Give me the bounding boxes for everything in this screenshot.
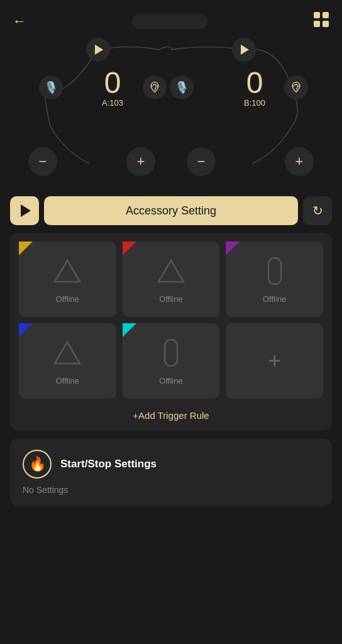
grid-view-button[interactable] — [313, 11, 329, 31]
accessory-label-box: Accessory Setting — [44, 196, 298, 225]
svg-rect-2 — [314, 21, 320, 27]
trigger-card-3[interactable]: Offline — [19, 323, 116, 399]
controls-row: − + − + — [26, 147, 316, 176]
trigger-label-0: Offline — [56, 294, 79, 304]
play-right-icon — [241, 45, 249, 55]
channel-a-minus-button[interactable]: − — [28, 147, 57, 176]
svg-rect-8 — [165, 340, 177, 366]
play-left-icon — [95, 45, 103, 55]
trigger-label-3: Offline — [56, 376, 79, 386]
add-plus-icon: + — [268, 348, 281, 374]
channel-a-value: 0 — [102, 68, 123, 98]
start-stop-section: 🔥 Start/Stop Settings No Settings — [10, 438, 332, 506]
svg-rect-3 — [323, 21, 329, 27]
play-square-icon — [21, 204, 31, 217]
play-left-button[interactable] — [86, 38, 110, 62]
trigger-pill-icon-2 — [265, 255, 284, 289]
corner-tag-purple — [226, 242, 240, 255]
fingerprint-right-icon — [284, 75, 308, 99]
corner-tag-blue — [19, 323, 33, 337]
channel-b-minus-button[interactable]: − — [187, 147, 216, 176]
header: ← — [0, 0, 342, 38]
mic-left-icon: 🎙️ — [39, 75, 63, 99]
back-button[interactable]: ← — [13, 13, 26, 30]
refresh-button[interactable]: ↻ — [303, 196, 332, 225]
add-trigger-rule-button[interactable]: +Add Trigger Rule — [19, 405, 323, 422]
no-settings-label: No Settings — [23, 485, 319, 495]
corner-tag-cyan — [123, 323, 136, 337]
trigger-section: Offline Offline Offline — [10, 233, 332, 431]
channel-a-label: A:103 — [102, 98, 123, 108]
channel-b-display: 0 B:100 — [244, 68, 265, 108]
svg-rect-6 — [268, 258, 281, 284]
fingerprint-left-icon — [143, 75, 167, 99]
trigger-label-4: Offline — [159, 376, 182, 386]
trigger-pill-icon-4 — [162, 337, 180, 371]
corner-tag-yellow — [19, 242, 33, 255]
play-right-button[interactable] — [232, 38, 256, 62]
trigger-add-card[interactable]: + — [226, 323, 323, 399]
channel-a-display: 0 A:103 — [102, 68, 123, 108]
svg-rect-1 — [323, 12, 329, 18]
corner-tag-red — [123, 242, 136, 255]
channel-b-value: 0 — [244, 68, 265, 98]
grid-icon — [313, 11, 329, 28]
svg-marker-7 — [55, 342, 80, 364]
mic-center-icon: 🎙️ — [170, 75, 194, 99]
accessory-bar: Accessory Setting ↻ — [10, 196, 332, 225]
start-stop-header: 🔥 Start/Stop Settings — [23, 450, 319, 479]
header-title-placeholder — [132, 14, 207, 29]
mixer-area: 🎙️ 🎙️ 0 A:103 — [0, 38, 342, 189]
trigger-card-2[interactable]: Offline — [226, 242, 323, 317]
trigger-triangle-icon-0 — [52, 255, 83, 289]
svg-rect-0 — [314, 12, 320, 18]
trigger-card-1[interactable]: Offline — [123, 242, 220, 317]
channel-b-plus-button[interactable]: + — [285, 147, 314, 176]
trigger-grid: Offline Offline Offline — [19, 242, 323, 399]
svg-marker-4 — [55, 260, 80, 282]
trigger-triangle-icon-1 — [155, 255, 187, 289]
trigger-label-1: Offline — [159, 294, 182, 304]
start-stop-title: Start/Stop Settings — [60, 458, 157, 470]
flame-icon-circle: 🔥 — [23, 450, 52, 479]
accessory-setting-label: Accessory Setting — [126, 204, 216, 218]
channel-b-label: B:100 — [244, 98, 265, 108]
accessory-play-button[interactable] — [10, 196, 39, 225]
trigger-card-4[interactable]: Offline — [123, 323, 220, 399]
trigger-card-0[interactable]: Offline — [19, 242, 116, 317]
trigger-triangle-icon-3 — [52, 337, 83, 371]
svg-marker-5 — [158, 260, 184, 282]
circle-container: 🎙️ 🎙️ 0 A:103 — [26, 38, 316, 176]
trigger-label-2: Offline — [263, 294, 286, 304]
channel-a-plus-button[interactable]: + — [126, 147, 155, 176]
